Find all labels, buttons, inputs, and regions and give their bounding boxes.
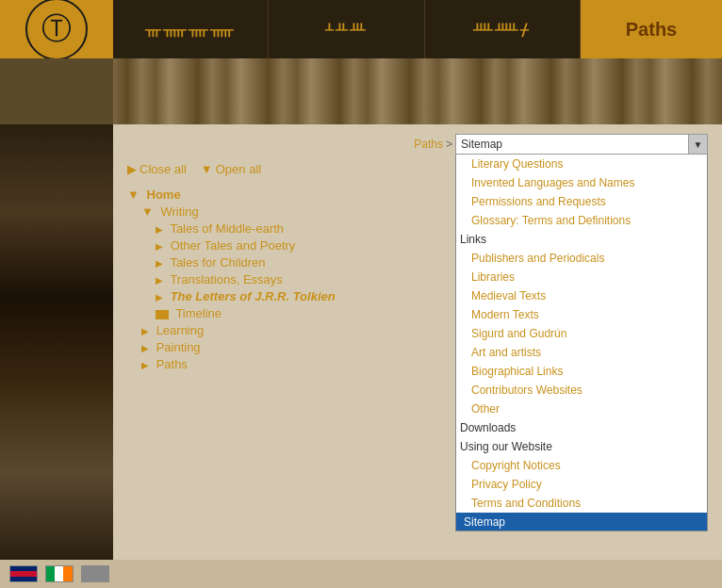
nav-symbol-3: ᚉᚊᚋ: [473, 19, 531, 40]
letters-label[interactable]: The Letters of J.R.R. Tolkien: [171, 289, 336, 303]
breadcrumb-row: Paths > Sitemap ▼ Literary Questions Inv…: [127, 134, 708, 155]
sitemap-section-downloads: Downloads: [456, 418, 707, 437]
breadcrumb-paths-link[interactable]: Paths: [414, 138, 443, 151]
flag-ireland[interactable]: [45, 565, 74, 582]
nav-symbol-2: ᚆᚇᚈ: [325, 19, 368, 40]
open-all-link[interactable]: ▼ Open all: [201, 162, 261, 176]
other-tales-label[interactable]: Other Tales and Poetry: [171, 238, 296, 253]
content-area: Paths > Sitemap ▼ Literary Questions Inv…: [113, 124, 722, 560]
paths-label[interactable]: Paths: [156, 357, 188, 371]
tales-arrow-icon: ▶: [156, 224, 163, 235]
other-tales-arrow-icon: ▶: [156, 241, 163, 252]
timeline-label[interactable]: Timeline: [175, 306, 222, 320]
sitemap-item-other[interactable]: Other: [456, 400, 707, 418]
sitemap-item-biographical[interactable]: Biographical Links: [456, 362, 707, 381]
sitemap-item-privacy[interactable]: Privacy Policy: [456, 475, 707, 494]
sitemap-item-sitemap-selected[interactable]: Sitemap: [456, 513, 707, 531]
sitemap-list[interactable]: Literary Questions Invented Languages an…: [455, 155, 708, 531]
timeline-folder-icon: [156, 310, 169, 319]
writing-label[interactable]: Writing: [161, 204, 199, 219]
open-all-arrow-icon: ▼: [201, 162, 213, 176]
open-all-label: Open all: [216, 162, 261, 176]
sidebar-image: [0, 124, 113, 560]
sitemap-item-contributors[interactable]: Contributors Websites: [456, 381, 707, 400]
learning-label[interactable]: Learning: [156, 323, 205, 337]
dropdown-arrow-icon[interactable]: ▼: [688, 135, 707, 154]
nav-item-2[interactable]: ᚆᚇᚈ: [269, 0, 424, 58]
sitemap-item-art[interactable]: Art and artists: [456, 343, 707, 362]
nav-item-3[interactable]: ᚉᚊᚋ: [425, 0, 581, 58]
sitemap-item-permissions[interactable]: Permissions and Requests: [456, 192, 707, 211]
close-all-arrow-icon: ▶: [127, 162, 137, 176]
home-expand-icon[interactable]: ▼: [127, 188, 139, 202]
sitemap-dropdown-label: Sitemap: [456, 135, 688, 154]
main-nav: ᚃᚅᚄᚅ ᚆᚇᚈ ᚉᚊᚋ: [113, 0, 581, 58]
learning-arrow-icon: ▶: [141, 326, 149, 336]
paths-title: Paths: [626, 19, 677, 41]
header-image-strip: [0, 58, 722, 124]
sitemap-item-sigurd[interactable]: Sigurd and Gudrún: [456, 324, 707, 343]
sitemap-item-terms[interactable]: Terms and Conditions: [456, 494, 707, 513]
tales-children-arrow-icon: ▶: [156, 258, 163, 269]
tolkien-logo: Ⓣ: [24, 0, 90, 62]
header: Ⓣ ᚃᚅᚄᚅ ᚆᚇᚈ ᚉᚊᚋ Paths: [0, 0, 722, 58]
breadcrumb-separator: >: [446, 138, 452, 151]
main-content: Paths > Sitemap ▼ Literary Questions Inv…: [0, 124, 722, 560]
translations-label[interactable]: Translations, Essays: [170, 272, 282, 286]
sitemap-item-copyright[interactable]: Copyright Notices: [456, 456, 707, 475]
sitemap-item-libraries[interactable]: Libraries: [456, 268, 707, 286]
paths-arrow-icon: ▶: [141, 360, 149, 370]
painting-arrow-icon: ▶: [141, 343, 149, 353]
letters-arrow-icon: ▶: [156, 292, 163, 302]
sitemap-item-glossary[interactable]: Glossary: Terms and Definitions: [456, 211, 707, 230]
home-label[interactable]: Home: [147, 188, 181, 202]
svg-text:Ⓣ: Ⓣ: [41, 11, 72, 45]
logo-area: Ⓣ: [0, 0, 113, 58]
sitemap-item-literary-questions[interactable]: Literary Questions: [456, 155, 707, 173]
sitemap-section-using: Using our Website: [456, 437, 707, 456]
close-all-link[interactable]: ▶ Close all: [127, 162, 187, 176]
sitemap-dropdown-wrapper: Sitemap ▼ Literary Questions Invented La…: [455, 134, 708, 155]
sitemap-section-links: Links: [456, 230, 707, 249]
close-all-label: Close all: [139, 162, 187, 176]
header-img-right: [113, 58, 722, 124]
sitemap-item-publishers[interactable]: Publishers and Periodicals: [456, 249, 707, 268]
flag-uk[interactable]: [9, 565, 38, 582]
sitemap-item-medieval[interactable]: Medieval Texts: [456, 286, 707, 305]
sitemap-dropdown[interactable]: Sitemap ▼: [455, 134, 708, 155]
tales-middle-earth-label[interactable]: Tales of Middle-earth: [170, 221, 284, 236]
painting-label[interactable]: Painting: [156, 340, 201, 354]
header-img-left: [0, 58, 113, 124]
sitemap-item-invented-languages[interactable]: Invented Languages and Names: [456, 173, 707, 192]
writing-expand-icon[interactable]: ▼: [141, 204, 154, 219]
nav-symbol-1: ᚃᚅᚄᚅ: [145, 19, 236, 40]
translations-arrow-icon: ▶: [156, 275, 163, 286]
nav-item-1[interactable]: ᚃᚅᚄᚅ: [113, 0, 269, 58]
footer: [0, 560, 722, 588]
sitemap-item-modern[interactable]: Modern Texts: [456, 305, 707, 324]
tales-children-label[interactable]: Tales for Children: [170, 255, 265, 270]
flag-other[interactable]: [81, 565, 109, 582]
paths-header: Paths: [581, 0, 722, 58]
